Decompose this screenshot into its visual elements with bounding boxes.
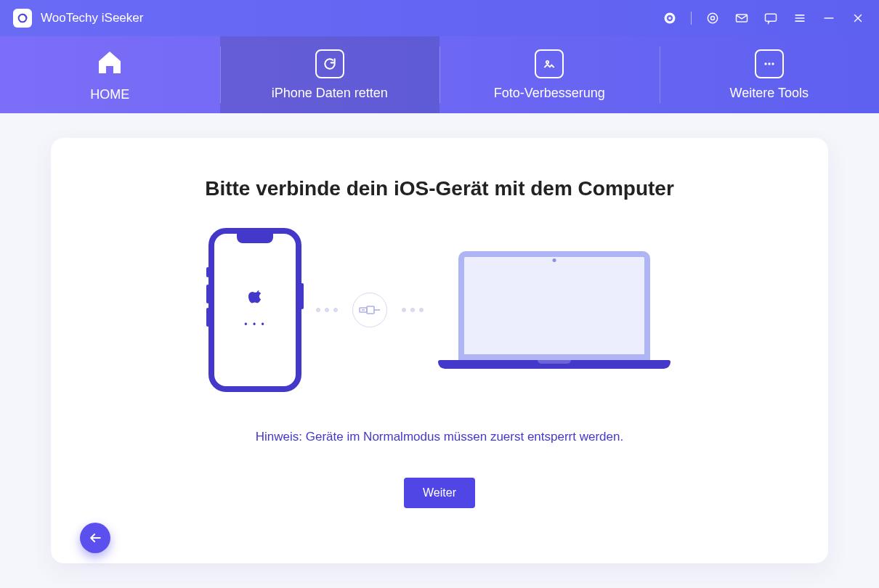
connection-dots-left <box>316 308 338 312</box>
tab-home[interactable]: HOME <box>0 36 220 113</box>
content-area: Bitte verbinde dein iOS-Gerät mit dem Co… <box>0 113 879 588</box>
connection-dots-right <box>402 308 424 312</box>
svg-point-3 <box>668 17 671 20</box>
tab-foto-verbesserung[interactable]: Foto-Verbesserung <box>440 36 660 113</box>
svg-rect-19 <box>367 306 374 314</box>
apple-logo-icon <box>246 290 264 315</box>
window-controls <box>662 10 866 26</box>
tab-label: HOME <box>90 87 129 102</box>
hint-text: Hinweis: Geräte im Normalmodus müssen zu… <box>51 430 828 444</box>
main-card: Bitte verbinde dein iOS-Gerät mit dem Co… <box>51 138 828 563</box>
tab-weitere-tools[interactable]: Weitere Tools <box>660 36 880 113</box>
image-icon <box>535 49 564 78</box>
svg-point-4 <box>708 13 717 23</box>
title-divider <box>691 12 692 25</box>
mail-icon[interactable] <box>734 10 750 26</box>
app-logo <box>13 9 32 28</box>
app-window: WooTechy iSeeker <box>0 0 879 588</box>
support-icon[interactable] <box>662 10 678 26</box>
svg-point-14 <box>546 60 548 62</box>
laptop-graphic <box>438 251 671 369</box>
minimize-icon[interactable] <box>821 10 837 26</box>
svg-rect-7 <box>766 14 777 21</box>
tab-iphone-daten-retten[interactable]: iPhone Daten retten <box>220 36 440 113</box>
svg-point-5 <box>711 17 715 20</box>
more-icon <box>755 49 784 78</box>
home-icon <box>95 48 124 80</box>
speech-bubble-icon[interactable] <box>763 10 779 26</box>
svg-point-17 <box>771 62 774 65</box>
menu-icon[interactable] <box>792 10 808 26</box>
tab-label: iPhone Daten retten <box>272 86 388 101</box>
nav-tabs: HOME iPhone Daten retten Foto-Verbesseru… <box>0 36 879 113</box>
connect-illustration: • • • <box>51 228 828 392</box>
svg-point-15 <box>764 62 766 65</box>
title-bar: WooTechy iSeeker <box>0 0 879 36</box>
close-icon[interactable] <box>850 10 866 26</box>
page-heading: Bitte verbinde dein iOS-Gerät mit dem Co… <box>51 177 828 200</box>
tab-label: Weitere Tools <box>730 86 809 101</box>
next-button[interactable]: Weiter <box>404 478 475 508</box>
iphone-graphic: • • • <box>208 228 301 392</box>
back-button[interactable] <box>80 523 110 553</box>
gear-icon[interactable] <box>705 10 721 26</box>
phone-loading-dots: • • • <box>244 319 265 330</box>
refresh-icon <box>315 49 344 78</box>
app-title: WooTechy iSeeker <box>41 11 143 25</box>
usb-cable-icon <box>352 293 387 327</box>
tab-label: Foto-Verbesserung <box>494 86 605 101</box>
svg-point-16 <box>768 62 770 65</box>
